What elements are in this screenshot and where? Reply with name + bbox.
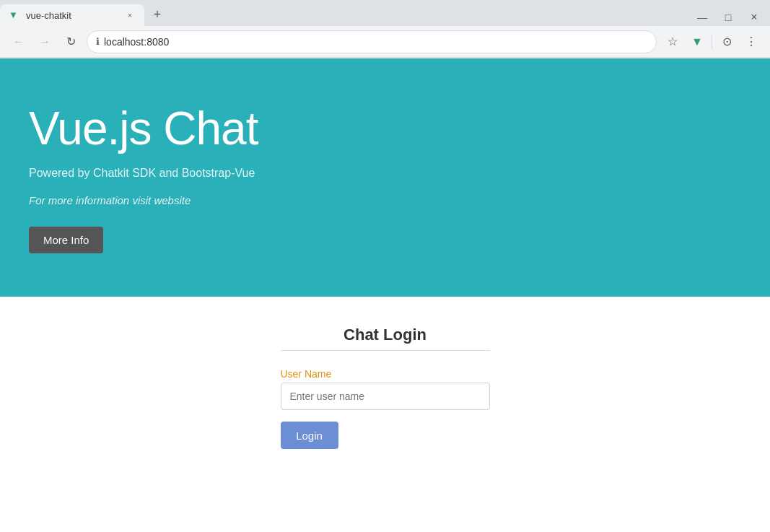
login-form: User Name Login: [281, 368, 490, 449]
username-input[interactable]: [281, 383, 490, 410]
page-content: Vue.js Chat Powered by Chatkit SDK and B…: [0, 58, 770, 478]
lock-icon: ℹ: [96, 36, 100, 47]
address-bar[interactable]: ℹ localhost:8080: [87, 30, 657, 53]
forward-button[interactable]: →: [35, 32, 55, 52]
browser-chrome: ▼ vue-chatkit × + — □ × ← → ↻ ℹ localhos…: [0, 0, 770, 58]
login-button[interactable]: Login: [281, 422, 338, 449]
close-window-button[interactable]: ×: [747, 10, 761, 25]
url-text: localhost:8080: [104, 36, 647, 48]
more-info-button[interactable]: More Info: [29, 227, 103, 253]
tab-favicon: ▼: [9, 9, 20, 21]
new-tab-button[interactable]: +: [147, 4, 167, 25]
login-button-group: Login: [281, 419, 490, 449]
minimize-button[interactable]: —: [695, 10, 709, 25]
hero-title: Vue.js Chat: [29, 102, 741, 155]
toolbar: ← → ↻ ℹ localhost:8080 ☆ ▼ ⊙ ⋮: [0, 26, 770, 58]
tab-close-btn[interactable]: ×: [124, 9, 136, 21]
username-field-group: User Name: [281, 368, 490, 410]
login-section: Chat Login User Name Login: [0, 297, 770, 478]
menu-icon[interactable]: ⋮: [741, 32, 761, 52]
vue-icon[interactable]: ▼: [687, 32, 707, 52]
hero-info-text: For more information visit website: [29, 194, 741, 206]
refresh-button[interactable]: ↻: [61, 32, 81, 52]
login-divider: [281, 350, 490, 351]
back-button[interactable]: ←: [9, 32, 29, 52]
account-icon[interactable]: ⊙: [717, 32, 737, 52]
active-tab[interactable]: ▼ vue-chatkit ×: [0, 4, 144, 26]
hero-section: Vue.js Chat Powered by Chatkit SDK and B…: [0, 58, 770, 297]
toolbar-divider: [712, 35, 712, 49]
maximize-button[interactable]: □: [721, 10, 735, 25]
hero-subtitle: Powered by Chatkit SDK and Bootstrap-Vue: [29, 167, 741, 180]
toolbar-right: ☆ ▼ ⊙ ⋮: [662, 32, 761, 52]
username-label: User Name: [281, 368, 490, 380]
login-title: Chat Login: [344, 326, 426, 344]
bookmark-star-icon[interactable]: ☆: [662, 32, 683, 52]
tab-title: vue-chatkit: [26, 10, 118, 21]
